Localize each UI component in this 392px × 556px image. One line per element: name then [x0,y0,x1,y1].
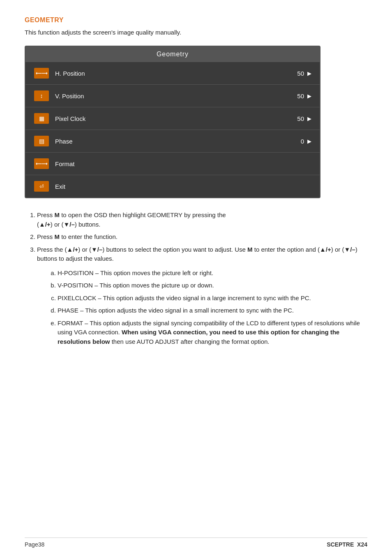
sub-items-list: H-POSITION – This option moves the pictu… [58,269,367,347]
step3-bold-up: ▲/+ [67,246,78,253]
v-position-label: V. Position [55,93,292,100]
v-position-icon [34,90,49,102]
step-1: Press M to open the OSD then highlight G… [37,211,367,229]
osd-item-format: Format [25,153,320,175]
step3-bold-up2: ▲/+ [320,246,331,253]
step2-bold-m: M [55,233,60,240]
osd-item-h-position: H. Position 50 ▶ [25,62,320,85]
footer-page-number: Page38 [25,541,44,548]
exit-label: Exit [55,183,311,190]
format-label: Format [55,160,311,167]
instructions: Press M to open the OSD then highlight G… [25,211,367,346]
step3-bold-down2: ▼/– [344,246,355,253]
sub-item-e: FORMAT – This option adjusts the signal … [58,319,367,347]
format-icon [34,158,49,170]
sub-item-c: PIXELCLOCK – This option adjusts the vid… [58,294,367,303]
sub-item-a: H-POSITION – This option moves the pictu… [58,269,367,278]
step1-bold-down: ▼/– [63,221,74,228]
phase-label: Phase [55,138,292,145]
h-position-label: H. Position [55,70,292,77]
exit-icon [34,180,49,192]
step3-bold-down: ▼/– [91,246,102,253]
pixel-clock-icon [34,112,49,125]
v-position-arrow: ▶ [307,93,311,99]
section-description: This function adjusts the screen's image… [25,29,367,36]
page-content: GEOMETRY This function adjusts the scree… [0,0,392,386]
step-3: Press the (▲/+) or (▼/–) buttons to sele… [37,245,367,347]
format-bold-note: When using VGA connection, you need to u… [58,329,339,345]
h-position-value: 50 [292,70,304,77]
section-title: GEOMETRY [25,16,367,24]
footer-brand: SCEPTRE X24 [327,541,367,548]
h-position-arrow: ▶ [307,70,311,76]
h-position-icon [34,67,49,79]
page-footer: Page38 SCEPTRE X24 [25,537,367,548]
sub-item-d: PHASE – This option adjusts the video si… [58,306,367,315]
steps-list: Press M to open the OSD then highlight G… [37,211,367,346]
osd-item-phase: Phase 0 ▶ [25,130,320,153]
pixel-clock-arrow: ▶ [307,116,311,122]
phase-icon [34,135,49,147]
phase-arrow: ▶ [307,138,311,144]
osd-item-exit: Exit [25,175,320,197]
osd-item-v-position: V. Position 50 ▶ [25,85,320,107]
sub-item-b: V-POSITION – This option moves the pictu… [58,281,367,290]
step1-bold-m: M [55,211,60,218]
pixel-clock-value: 50 [292,115,304,122]
step1-bold-up: ▲/+ [39,221,51,228]
step3-bold-m: M [247,246,253,253]
pixel-clock-label: Pixel Clock [55,115,292,122]
v-position-value: 50 [292,93,304,100]
phase-value: 0 [292,138,304,145]
osd-menu: Geometry H. Position 50 ▶ V. Position 50… [25,46,321,198]
osd-item-pixel-clock: Pixel Clock 50 ▶ [25,107,320,130]
osd-menu-title: Geometry [25,46,320,62]
step-2: Press M to enter the function. [37,232,367,242]
